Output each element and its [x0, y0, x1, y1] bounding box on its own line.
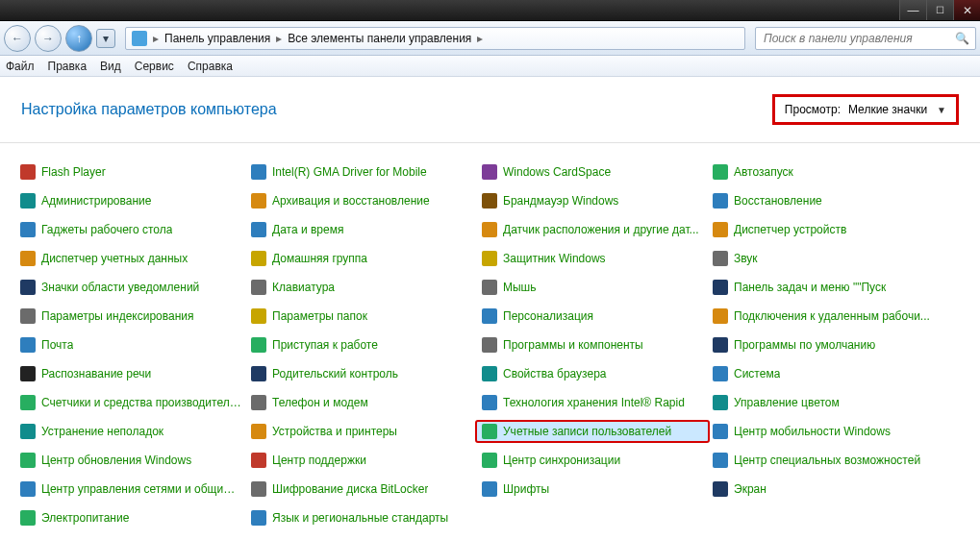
control-panel-item[interactable]: Архивация и восстановление: [246, 191, 477, 210]
breadcrumb-root[interactable]: Панель управления: [164, 32, 270, 45]
item-label: Клавиатура: [272, 281, 335, 294]
breadcrumb-current[interactable]: Все элементы панели управления: [288, 32, 471, 45]
item-icon: [713, 337, 728, 353]
control-panel-item[interactable]: Центр обновления Windows: [15, 451, 246, 470]
control-panel-item[interactable]: Параметры папок: [246, 307, 477, 326]
control-panel-item[interactable]: Диспетчер учетных данных: [15, 249, 246, 268]
control-panel-item[interactable]: Звук: [708, 249, 939, 268]
menu-file[interactable]: Файл: [6, 60, 35, 73]
control-panel-item[interactable]: Центр синхронизации: [477, 451, 708, 470]
maximize-icon: ☐: [936, 5, 944, 15]
control-panel-item[interactable]: Система: [708, 364, 939, 383]
arrow-right-icon: →: [42, 32, 54, 45]
control-panel-item[interactable]: Программы и компоненты: [477, 335, 708, 355]
item-icon: [20, 164, 36, 180]
control-panel-item[interactable]: Почта: [15, 335, 246, 355]
search-box[interactable]: 🔍: [755, 27, 976, 50]
breadcrumb[interactable]: ▸ Панель управления ▸ Все элементы панел…: [125, 27, 745, 50]
control-panel-item[interactable]: Язык и региональные стандарты: [246, 508, 477, 528]
item-label: Управление цветом: [734, 396, 840, 409]
control-panel-item[interactable]: Шифрование диска BitLocker: [246, 479, 477, 499]
control-panel-item[interactable]: Приступая к работе: [246, 335, 477, 355]
search-input[interactable]: [762, 31, 955, 46]
control-panel-item[interactable]: Windows CardSpace: [477, 162, 708, 182]
nav-forward-button[interactable]: →: [35, 25, 62, 52]
item-label: Гаджеты рабочего стола: [41, 223, 172, 236]
item-label: Дата и время: [272, 223, 343, 236]
control-panel-item[interactable]: Клавиатура: [246, 278, 477, 297]
item-label: Диспетчер учетных данных: [41, 252, 188, 265]
item-label: Центр синхронизации: [503, 454, 620, 467]
window-titlebar: — ☐ ✕: [0, 0, 980, 21]
maximize-button[interactable]: ☐: [926, 0, 953, 20]
control-panel-item[interactable]: Дата и время: [246, 220, 477, 239]
menu-view[interactable]: Вид: [100, 60, 121, 73]
nav-recent-button[interactable]: ▾: [96, 29, 115, 48]
control-panel-item[interactable]: Панель задач и меню ""Пуск: [708, 278, 939, 297]
item-label: Датчик расположения и другие дат...: [503, 223, 699, 236]
control-panel-item[interactable]: Восстановление: [708, 191, 939, 210]
control-panel-item[interactable]: Диспетчер устройств: [708, 220, 939, 239]
item-label: Родительский контроль: [272, 367, 398, 380]
control-panel-item[interactable]: Администрирование: [15, 191, 246, 210]
control-panel-item[interactable]: Автозапуск: [708, 162, 939, 182]
control-panel-item[interactable]: Устранение неполадок: [15, 422, 246, 441]
item-icon: [713, 453, 728, 468]
control-panel-item[interactable]: Брандмауэр Windows: [477, 191, 708, 210]
item-label: Защитник Windows: [503, 252, 606, 265]
control-panel-item[interactable]: Электропитание: [15, 508, 246, 528]
item-icon: [713, 280, 728, 295]
control-panel-item[interactable]: Подключения к удаленным рабочи...: [708, 307, 939, 326]
control-panel-item[interactable]: Технология хранения Intel® Rapid: [477, 393, 708, 412]
control-panel-item[interactable]: Учетные записи пользователей: [477, 422, 708, 441]
control-panel-item[interactable]: Персонализация: [477, 307, 708, 326]
chevron-down-icon: ▼: [937, 105, 946, 115]
control-panel-item[interactable]: Устройства и принтеры: [246, 422, 477, 441]
close-button[interactable]: ✕: [953, 0, 980, 20]
control-panel-item[interactable]: Программы по умолчанию: [708, 335, 939, 355]
control-panel-item[interactable]: Телефон и модем: [246, 393, 477, 412]
control-panel-item[interactable]: Intel(R) GMA Driver for Mobile: [246, 162, 477, 182]
control-panel-item[interactable]: Мышь: [477, 278, 708, 297]
control-panel-item[interactable]: Центр поддержки: [246, 451, 477, 470]
control-panel-item[interactable]: Домашняя группа: [246, 249, 477, 268]
control-panel-item[interactable]: Гаджеты рабочего стола: [15, 220, 246, 239]
view-label: Просмотр:: [785, 103, 841, 116]
view-selector[interactable]: Просмотр: Мелкие значки ▼: [772, 94, 959, 125]
control-panel-item[interactable]: Распознавание речи: [15, 364, 246, 383]
menu-help[interactable]: Справка: [188, 60, 233, 73]
item-label: Электропитание: [41, 511, 129, 525]
menu-service[interactable]: Сервис: [135, 60, 174, 73]
item-label: Звук: [734, 252, 758, 265]
control-panel-item[interactable]: Счетчики и средства производитель...: [15, 393, 246, 412]
control-panel-item[interactable]: Центр управления сетями и общим ...: [15, 479, 246, 499]
control-panel-item[interactable]: Управление цветом: [708, 393, 939, 412]
close-icon: ✕: [963, 4, 972, 17]
item-icon: [713, 308, 728, 324]
control-panel-item[interactable]: Датчик расположения и другие дат...: [477, 220, 708, 239]
item-icon: [251, 366, 266, 381]
item-label: Параметры индексирования: [41, 309, 193, 323]
menu-edit[interactable]: Правка: [48, 60, 88, 73]
control-panel-item[interactable]: Шрифты: [477, 479, 708, 499]
item-label: Центр специальных возможностей: [734, 454, 920, 467]
control-panel-item[interactable]: Flash Player: [15, 162, 246, 182]
nav-up-button[interactable]: ↑: [65, 25, 92, 52]
minimize-button[interactable]: —: [899, 0, 926, 20]
control-panel-item[interactable]: Экран: [708, 479, 939, 499]
control-panel-item[interactable]: Защитник Windows: [477, 249, 708, 268]
control-panel-item[interactable]: Свойства браузера: [477, 364, 708, 383]
nav-back-button[interactable]: ←: [4, 25, 31, 52]
control-panel-item[interactable]: Значки области уведомлений: [15, 278, 246, 297]
item-icon: [251, 510, 266, 526]
item-label: Экран: [734, 482, 766, 496]
control-panel-item[interactable]: Параметры индексирования: [15, 307, 246, 326]
item-icon: [20, 193, 36, 209]
item-icon: [251, 337, 266, 353]
control-panel-item[interactable]: Родительский контроль: [246, 364, 477, 383]
control-panel-item[interactable]: Центр мобильности Windows: [708, 422, 939, 441]
item-label: Архивация и восстановление: [272, 194, 430, 208]
item-label: Счетчики и средства производитель...: [41, 396, 241, 409]
item-icon: [251, 280, 266, 295]
control-panel-item[interactable]: Центр специальных возможностей: [708, 451, 939, 470]
